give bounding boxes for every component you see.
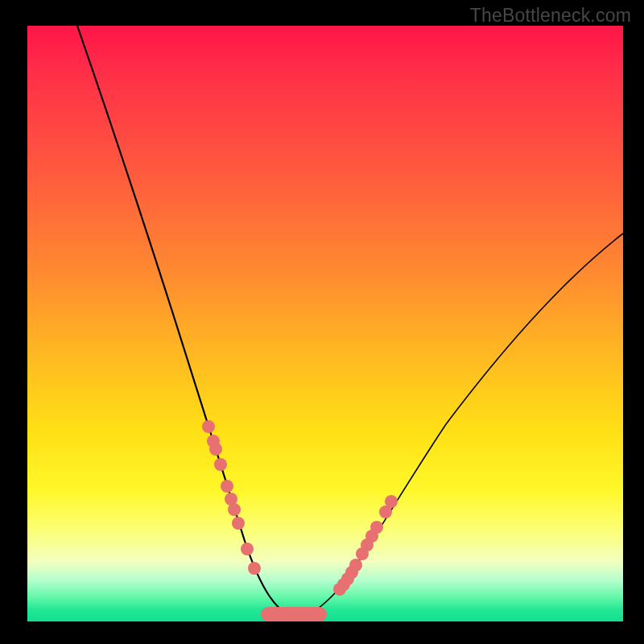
right-markers xyxy=(333,495,398,596)
svg-point-14 xyxy=(349,559,362,572)
left-curve xyxy=(77,26,296,618)
svg-point-9 xyxy=(248,562,261,575)
svg-point-7 xyxy=(232,517,245,530)
svg-point-3 xyxy=(214,458,227,471)
svg-point-20 xyxy=(385,495,398,508)
svg-point-6 xyxy=(228,503,241,516)
bottom-pill xyxy=(261,607,327,621)
svg-point-4 xyxy=(221,480,233,493)
svg-point-18 xyxy=(370,521,383,534)
plot-area xyxy=(27,26,623,621)
left-markers xyxy=(202,420,261,575)
svg-point-0 xyxy=(202,420,215,433)
watermark-text: TheBottleneck.com xyxy=(470,5,631,27)
curve-layer xyxy=(27,26,623,621)
right-curve xyxy=(296,233,623,618)
svg-point-2 xyxy=(209,443,222,456)
svg-point-8 xyxy=(241,543,254,555)
chart-frame: TheBottleneck.com xyxy=(0,0,644,644)
